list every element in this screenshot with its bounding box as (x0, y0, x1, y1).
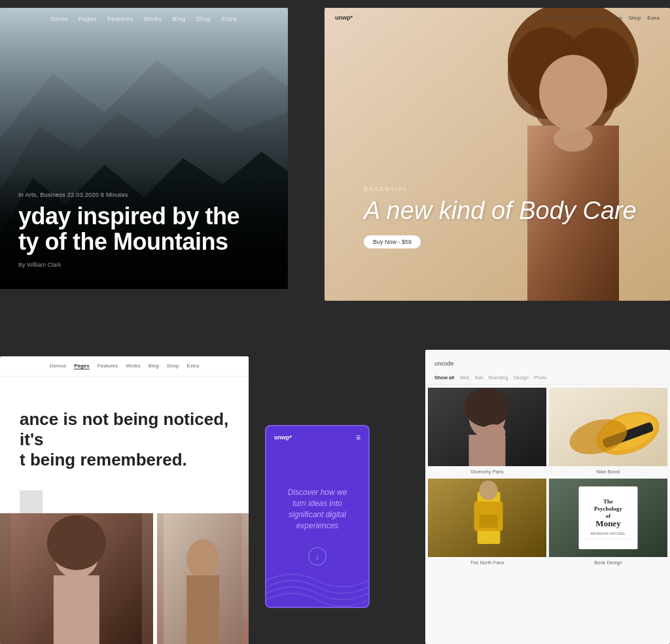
bc-nav-pages[interactable]: Pages (542, 15, 557, 21)
portfolio-header: uncode (425, 350, 670, 372)
mobile-panel: unwp* ≡ Discover how we turn ideas into … (265, 425, 370, 608)
bc-nav-blog[interactable]: Blog (612, 15, 622, 21)
portfolio-label-3: The North Face (428, 557, 546, 567)
svg-point-33 (480, 481, 498, 500)
white-accent-box (20, 490, 43, 513)
mobile-header: unwp* ≡ (266, 426, 368, 446)
white-nav: Demos Pages Features Works Blog Shop Ext… (0, 356, 249, 377)
bodycare-logo: unwp* (335, 14, 353, 21)
bodycare-subtitle: ESSENTIAL (364, 186, 637, 192)
svg-point-13 (554, 126, 593, 152)
white-image-area (0, 513, 249, 644)
portfolio-grid: Givenchy Paris (425, 385, 670, 569)
portfolio-label-4: Book Design (549, 557, 667, 567)
svg-point-25 (482, 424, 506, 440)
svg-point-17 (47, 515, 106, 570)
svg-text:The: The (603, 498, 613, 505)
wn-features[interactable]: Features (97, 363, 118, 369)
blog-overlay: In Arts, Business 22.03.2020 8 Minutes y… (0, 176, 288, 289)
portfolio-filter: Show all Web Ads Branding Design Photo (425, 372, 670, 385)
bc-nav-works[interactable]: Works (590, 15, 605, 21)
white-content: ance is not being noticed, it's t being … (0, 377, 249, 497)
blog-nav-demos[interactable]: Demo (51, 16, 68, 22)
bc-nav-features[interactable]: Features (563, 15, 584, 21)
blog-nav-extra[interactable]: Extra (221, 16, 237, 22)
white-photo-1 (0, 513, 153, 644)
svg-text:Psychology: Psychology (594, 505, 623, 512)
mobile-logo: unwp* (274, 434, 292, 441)
pf-showall[interactable]: Show all (434, 375, 454, 381)
wn-shop[interactable]: Shop (167, 363, 179, 369)
svg-rect-20 (186, 575, 219, 644)
blog-nav-works[interactable]: Works (144, 16, 162, 22)
wn-pages[interactable]: Pages (74, 363, 90, 369)
bc-nav-extra[interactable]: Extra (647, 15, 660, 21)
portfolio-logo: uncode (434, 360, 454, 367)
blog-meta: In Arts, Business 22.03.2020 8 Minutes (18, 192, 270, 198)
svg-text:MORGAN HOUSEL: MORGAN HOUSEL (591, 532, 626, 535)
bc-nav-shop[interactable]: Shop (629, 15, 641, 21)
svg-rect-24 (469, 435, 506, 466)
pf-photo[interactable]: Photo (534, 375, 547, 381)
portfolio-item-4[interactable]: The Psychology of Money MORGAN HOUSEL Bo… (549, 479, 667, 567)
blog-panel: Demo Pages Features Works Blog Shop Extr… (0, 8, 288, 289)
portfolio-label-1: Givenchy Paris (428, 466, 546, 476)
svg-rect-35 (480, 515, 498, 528)
blog-nav-pages[interactable]: Pages (79, 16, 97, 22)
mobile-tagline: Discover how we turn ideas into signific… (288, 487, 347, 531)
white-photo-2 (157, 513, 249, 644)
svg-rect-16 (54, 575, 99, 644)
bodycare-buy-button[interactable]: Buy Now - $59 (364, 235, 421, 248)
portfolio-panel: uncode Show all Web Ads Branding Design … (425, 350, 670, 644)
blog-nav-features[interactable]: Features (107, 16, 133, 22)
pf-web[interactable]: Web (459, 375, 469, 381)
bodycare-nav: unwp* Pages Features Works Blog Shop Ext… (325, 8, 670, 27)
wn-works[interactable]: Works (126, 363, 141, 369)
blog-nav-shop[interactable]: Shop (196, 16, 211, 22)
svg-point-23 (465, 388, 510, 427)
blog-nav-blog[interactable]: Blog (172, 16, 185, 22)
blog-nav: Demo Pages Features Works Blog Shop Extr… (0, 8, 288, 30)
svg-point-19 (186, 539, 219, 579)
blog-title: yday inspired by the ty of the Mountains (18, 203, 270, 255)
pf-branding[interactable]: Branding (489, 375, 508, 381)
bodycare-nav-links: Pages Features Works Blog Shop Extra (542, 15, 660, 21)
white-panel: Demos Pages Features Works Blog Shop Ext… (0, 356, 249, 644)
portfolio-item-3[interactable]: The North Face (428, 479, 546, 567)
pf-design[interactable]: Design (514, 375, 529, 381)
bodycare-panel: unwp* Pages Features Works Blog Shop Ext… (325, 8, 670, 301)
white-title: ance is not being noticed, it's t being … (20, 409, 229, 471)
svg-text:Money: Money (595, 518, 621, 528)
wn-blog[interactable]: Blog (149, 363, 159, 369)
portfolio-item-2[interactable]: Nike Boost (549, 388, 667, 476)
portfolio-item-1[interactable]: Givenchy Paris (428, 388, 546, 476)
blog-author: By William Clark (18, 262, 270, 268)
pf-ads[interactable]: Ads (475, 375, 484, 381)
portfolio-label-2: Nike Boost (549, 466, 667, 476)
svg-point-12 (539, 55, 607, 131)
wn-demos[interactable]: Demos (50, 363, 66, 369)
bodycare-content: ESSENTIAL A new kind of Body Care Buy No… (364, 186, 637, 248)
bodycare-title: A new kind of Body Care (364, 197, 637, 225)
hamburger-icon[interactable]: ≡ (356, 433, 361, 442)
wn-extra[interactable]: Extra (187, 363, 200, 369)
